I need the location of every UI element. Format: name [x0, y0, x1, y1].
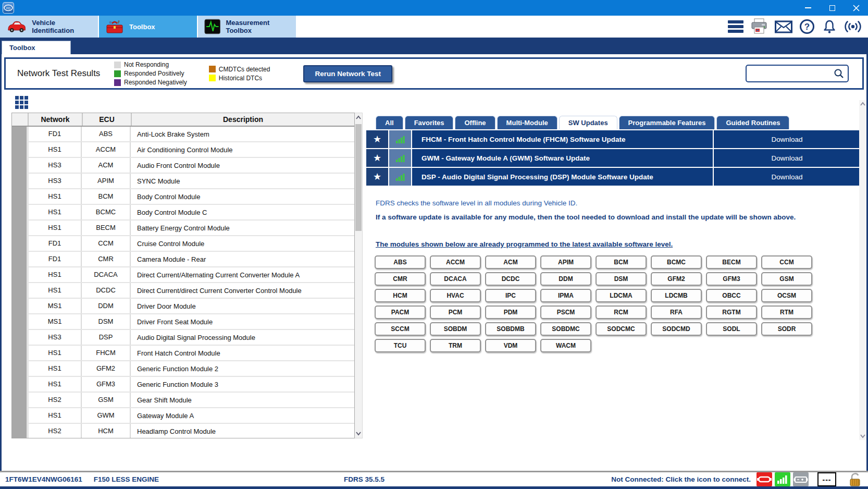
- module-button-hcm[interactable]: HCM: [375, 289, 426, 302]
- table-row[interactable]: HS1DCDCDirect Current/direct Current Con…: [29, 283, 354, 298]
- module-button-accm[interactable]: ACCM: [430, 255, 481, 269]
- tab-vehicle-identification[interactable]: Vehicle Identification: [0, 16, 99, 38]
- module-button-acm[interactable]: ACM: [485, 255, 536, 269]
- tab-programmable-features[interactable]: Programmable Features: [619, 116, 715, 129]
- module-button-sccm[interactable]: SCCM: [375, 322, 426, 336]
- close-button[interactable]: [844, 0, 868, 16]
- module-button-becm[interactable]: BECM: [706, 255, 757, 269]
- table-row[interactable]: HS1ACCMAir Conditioning Control Module: [29, 142, 354, 157]
- table-row[interactable]: HS1BCMCBody Control Module C: [29, 205, 354, 219]
- module-button-sobdmc[interactable]: SOBDMC: [540, 322, 591, 336]
- unlocked-padlock-icon[interactable]: [847, 472, 863, 486]
- module-button-sobdmb[interactable]: SOBDMB: [485, 322, 536, 336]
- tab-toolbox[interactable]: Toolbox: [99, 16, 198, 38]
- module-button-sodcmc[interactable]: SODCMC: [596, 322, 647, 336]
- module-button-ccm[interactable]: CCM: [761, 255, 812, 269]
- grid-view-icon[interactable]: [15, 96, 28, 109]
- module-button-dcaca[interactable]: DCACA: [430, 272, 481, 286]
- module-button-hvac[interactable]: HVAC: [430, 289, 481, 302]
- module-button-ddm[interactable]: DDM: [540, 272, 591, 286]
- table-row[interactable]: MS1DSMDriver Front Seat Module: [29, 314, 354, 329]
- chevron-down-icon[interactable]: [860, 434, 866, 438]
- favorite-star-button[interactable]: ★: [366, 130, 388, 148]
- module-button-gfm2[interactable]: GFM2: [651, 272, 702, 286]
- search-icon[interactable]: [834, 68, 844, 79]
- module-button-sodr[interactable]: SODR: [761, 322, 812, 336]
- table-row[interactable]: HS1GFM3Generic Function Module 3: [29, 377, 354, 392]
- battery-status-icon[interactable]: [793, 472, 809, 486]
- module-button-rtm[interactable]: RTM: [761, 305, 812, 319]
- table-row[interactable]: HS3ACMAudio Front Control Module: [29, 158, 354, 173]
- tab-offline[interactable]: Offline: [455, 116, 495, 129]
- vci-device-icon[interactable]: [757, 472, 772, 486]
- table-row[interactable]: HS1BECMBattery Energy Control Module: [29, 221, 354, 235]
- module-button-gfm3[interactable]: GFM3: [706, 272, 757, 286]
- tab-all[interactable]: All: [376, 116, 403, 129]
- maximize-button[interactable]: [820, 0, 844, 16]
- module-button-ldcma[interactable]: LDCMA: [596, 289, 647, 302]
- subtab-toolbox[interactable]: Toolbox: [2, 41, 71, 54]
- module-button-abs[interactable]: ABS: [375, 255, 426, 269]
- module-button-vdm[interactable]: VDM: [485, 339, 536, 352]
- tab-guided-routines[interactable]: Guided Routines: [716, 116, 789, 129]
- favorite-star-button[interactable]: ★: [366, 149, 388, 167]
- table-row[interactable]: HS2HCMHeadlamp Control Module: [29, 424, 354, 438]
- module-button-obcc[interactable]: OBCC: [706, 289, 757, 302]
- module-button-sodl[interactable]: SODL: [706, 322, 757, 336]
- module-button-sodcmd[interactable]: SODCMD: [651, 322, 702, 336]
- module-button-ipma[interactable]: IPMA: [540, 289, 591, 302]
- menu-icon[interactable]: [728, 20, 743, 33]
- table-row[interactable]: MS1DDMDriver Door Module: [29, 299, 354, 313]
- module-button-pscm[interactable]: PSCM: [540, 305, 591, 319]
- download-button[interactable]: Download: [714, 149, 860, 167]
- module-button-rcm[interactable]: RCM: [596, 305, 647, 319]
- table-row[interactable]: HS1DCACADirect Current/Alternating Curre…: [29, 267, 354, 282]
- table-row[interactable]: FD1CCMCruise Control Module: [29, 236, 354, 251]
- table-scrollbar[interactable]: [355, 113, 363, 438]
- module-button-dcdc[interactable]: DCDC: [485, 272, 536, 286]
- table-row[interactable]: HS1GWMGateway Module A: [29, 408, 354, 423]
- table-row[interactable]: HS1BCMBody Control Module: [29, 189, 354, 204]
- module-button-pacm[interactable]: PACM: [375, 305, 426, 319]
- scroll-up-button[interactable]: [355, 113, 362, 122]
- chevron-up-icon[interactable]: [860, 102, 866, 106]
- bell-icon[interactable]: [822, 19, 837, 34]
- table-row[interactable]: HS3APIMSYNC Module: [29, 174, 354, 188]
- table-row[interactable]: HS1GFM2Generic Function Module 2: [29, 361, 354, 376]
- module-button-trm[interactable]: TRM: [430, 339, 481, 352]
- search-input[interactable]: [751, 67, 834, 80]
- scroll-down-button[interactable]: [355, 429, 362, 438]
- tab-sw-updates[interactable]: SW Updates: [559, 116, 617, 129]
- table-row[interactable]: HS1FHCMFront Hatch Control Module: [29, 346, 354, 360]
- module-button-apim[interactable]: APIM: [540, 255, 591, 269]
- module-button-gsm[interactable]: GSM: [761, 272, 812, 286]
- minimize-button[interactable]: [796, 0, 820, 16]
- favorite-star-button[interactable]: ★: [366, 168, 388, 186]
- tab-multi-module[interactable]: Multi-Module: [497, 116, 557, 129]
- module-button-ocsm[interactable]: OCSM: [761, 289, 812, 302]
- table-row[interactable]: FD1CMRCamera Module - Rear: [29, 252, 354, 266]
- rerun-network-test-button[interactable]: Rerun Network Test: [303, 65, 392, 82]
- mail-icon[interactable]: [775, 20, 792, 33]
- printer-icon[interactable]: [750, 18, 768, 35]
- module-button-rfa[interactable]: RFA: [651, 305, 702, 319]
- window-scrollbar[interactable]: [859, 100, 866, 440]
- module-button-cmr[interactable]: CMR: [375, 272, 426, 286]
- table-row[interactable]: FD1ABSAnti-Lock Brake System: [29, 127, 354, 141]
- tab-measurement-toolbox[interactable]: Measurement Toolbox: [198, 16, 297, 38]
- module-button-wacm[interactable]: WACM: [540, 339, 591, 352]
- module-button-bcmc[interactable]: BCMC: [651, 255, 702, 269]
- download-button[interactable]: Download: [714, 130, 860, 148]
- module-button-rgtm[interactable]: RGTM: [706, 305, 757, 319]
- module-button-pcm[interactable]: PCM: [430, 305, 481, 319]
- module-button-tcu[interactable]: TCU: [375, 339, 426, 352]
- module-button-pdm[interactable]: PDM: [485, 305, 536, 319]
- tab-favorites[interactable]: Favorites: [405, 116, 454, 129]
- table-row[interactable]: HS3DSPAudio Digital Signal Processing Mo…: [29, 330, 354, 345]
- module-button-sobdm[interactable]: SOBDM: [430, 322, 481, 336]
- wireless-icon[interactable]: [844, 19, 862, 34]
- module-button-bcm[interactable]: BCM: [596, 255, 647, 269]
- download-button[interactable]: Download: [714, 168, 860, 186]
- dashes-indicator-icon[interactable]: ---: [817, 472, 836, 486]
- signal-strength-icon[interactable]: [775, 472, 790, 486]
